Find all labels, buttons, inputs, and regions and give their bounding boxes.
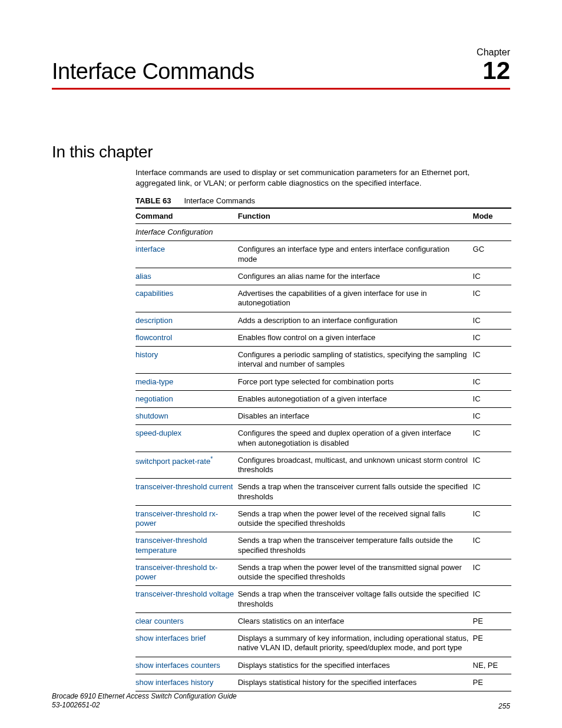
mode-cell: PE [473, 630, 511, 657]
table-row: descriptionAdds a description to an inte… [135, 312, 511, 329]
mode-cell: GC [473, 241, 511, 268]
command-cell: transceiver-threshold current [135, 479, 238, 506]
command-link[interactable]: transceiver-threshold current [135, 482, 233, 491]
command-link[interactable]: transceiver-threshold tx-power [135, 563, 217, 581]
table-row: transceiver-threshold temperatureSends a… [135, 532, 511, 559]
command-cell: transceiver-threshold tx-power [135, 559, 238, 586]
table-row: interfaceConfigures an interface type an… [135, 241, 511, 268]
header-command: Command [135, 208, 238, 224]
command-cell: alias [135, 268, 238, 285]
function-cell: Configures an alias name for the interfa… [238, 268, 473, 285]
mode-cell: IC [473, 408, 511, 425]
mode-cell: IC [473, 505, 511, 532]
function-cell: Sends a trap when the transceiver curren… [238, 479, 473, 506]
table-row: switchport packet-rate*Configures broadc… [135, 452, 511, 479]
table-header-row: Command Function Mode [135, 208, 511, 224]
mode-cell: IC [473, 479, 511, 506]
commands-table: Command Function Mode Interface Configur… [135, 207, 511, 691]
command-link[interactable]: speed-duplex [135, 429, 181, 437]
footer-left: Brocade 6910 Ethernet Access Switch Conf… [52, 692, 237, 710]
mode-cell: IC [473, 285, 511, 312]
function-cell: Clears statistics on an interface [238, 612, 473, 630]
mode-cell: IC [473, 425, 511, 452]
command-cell: speed-duplex [135, 425, 238, 452]
command-link[interactable]: show interfaces history [135, 678, 213, 687]
command-link[interactable]: transceiver-threshold rx-power [135, 509, 218, 528]
mode-cell: IC [473, 268, 511, 285]
function-cell: Displays statistics for the specified in… [238, 657, 473, 674]
page: Chapter Interface Commands 12 In this ch… [0, 0, 562, 728]
function-cell: Configures an interface type and enters … [238, 241, 473, 268]
command-link[interactable]: show interfaces counters [135, 661, 220, 670]
command-link[interactable]: show interfaces brief [135, 634, 206, 643]
mode-cell: IC [473, 452, 511, 479]
command-link[interactable]: clear counters [135, 617, 184, 625]
command-link[interactable]: switchport packet-rate [135, 457, 210, 466]
function-cell: Disables an interface [238, 408, 473, 425]
function-cell: Sends a trap when the power level of the… [238, 505, 473, 532]
table-row: negotiationEnables autonegotiation of a … [135, 390, 511, 407]
command-cell: show interfaces brief [135, 630, 238, 657]
function-cell: Configures a periodic sampling of statis… [238, 347, 473, 374]
mode-cell: IC [473, 532, 511, 559]
command-link[interactable]: description [135, 316, 173, 325]
command-cell: clear counters [135, 612, 238, 630]
function-cell: Force port type selected for combination… [238, 373, 473, 390]
chapter-title: Interface Commands [52, 59, 254, 84]
command-link[interactable]: history [135, 350, 158, 359]
table-row: speed-duplexConfigures the speed and dup… [135, 425, 511, 452]
table-row: show interfaces briefDisplays a summary … [135, 630, 511, 657]
mode-cell: IC [473, 329, 511, 346]
table-caption: TABLE 63Interface Commands [135, 196, 510, 205]
command-cell: interface [135, 241, 238, 268]
header-mode: Mode [473, 208, 511, 224]
table-row: historyConfigures a periodic sampling of… [135, 347, 511, 374]
footer-page-number: 255 [498, 702, 510, 710]
table-row: capabilitiesAdvertises the capabilities … [135, 285, 511, 312]
function-cell: Displays a summary of key information, i… [238, 630, 473, 657]
mode-cell: IC [473, 347, 511, 374]
mode-cell: PE [473, 612, 511, 630]
command-link[interactable]: media-type [135, 377, 173, 386]
command-cell: show interfaces counters [135, 657, 238, 674]
table-section-label: Interface Configuration [135, 224, 511, 241]
page-footer: Brocade 6910 Ethernet Access Switch Conf… [52, 692, 510, 710]
command-link[interactable]: capabilities [135, 289, 173, 298]
command-link[interactable]: shutdown [135, 411, 168, 420]
command-link[interactable]: negotiation [135, 394, 173, 403]
command-link[interactable]: interface [135, 245, 165, 253]
table-section-row: Interface Configuration [135, 224, 511, 241]
mode-cell: IC [473, 373, 511, 390]
table-row: show interfaces countersDisplays statist… [135, 657, 511, 674]
function-cell: Enables flow control on a given interfac… [238, 329, 473, 346]
table-row: aliasConfigures an alias name for the in… [135, 268, 511, 285]
command-cell: description [135, 312, 238, 329]
command-link[interactable]: alias [135, 272, 151, 281]
command-cell: switchport packet-rate* [135, 452, 238, 479]
command-link[interactable]: transceiver-threshold temperature [135, 536, 207, 554]
mode-cell: PE [473, 674, 511, 691]
function-cell: Sends a trap when the transceiver voltag… [238, 586, 473, 613]
mode-cell: IC [473, 586, 511, 613]
mode-cell: IC [473, 390, 511, 407]
mode-cell: IC [473, 312, 511, 329]
header-function: Function [238, 208, 473, 224]
command-cell: show interfaces history [135, 674, 238, 691]
mode-cell: NE, PE [473, 657, 511, 674]
function-cell: Enables autonegotiation of a given inter… [238, 390, 473, 407]
command-cell: capabilities [135, 285, 238, 312]
command-link[interactable]: flowcontrol [135, 333, 172, 342]
command-cell: media-type [135, 373, 238, 390]
command-link[interactable]: transceiver-threshold voltage [135, 589, 234, 598]
function-cell: Configures the speed and duplex operatio… [238, 425, 473, 452]
command-cell: flowcontrol [135, 329, 238, 346]
command-cell: shutdown [135, 408, 238, 425]
intro-paragraph: Interface commands are used to display o… [135, 167, 510, 188]
command-cell: transceiver-threshold voltage [135, 586, 238, 613]
command-cell: history [135, 347, 238, 374]
function-cell: Adds a description to an interface confi… [238, 312, 473, 329]
command-cell: transceiver-threshold rx-power [135, 505, 238, 532]
table-row: show interfaces historyDisplays statisti… [135, 674, 511, 691]
footer-doc-title: Brocade 6910 Ethernet Access Switch Conf… [52, 692, 237, 700]
function-cell: Advertises the capabilities of a given i… [238, 285, 473, 312]
